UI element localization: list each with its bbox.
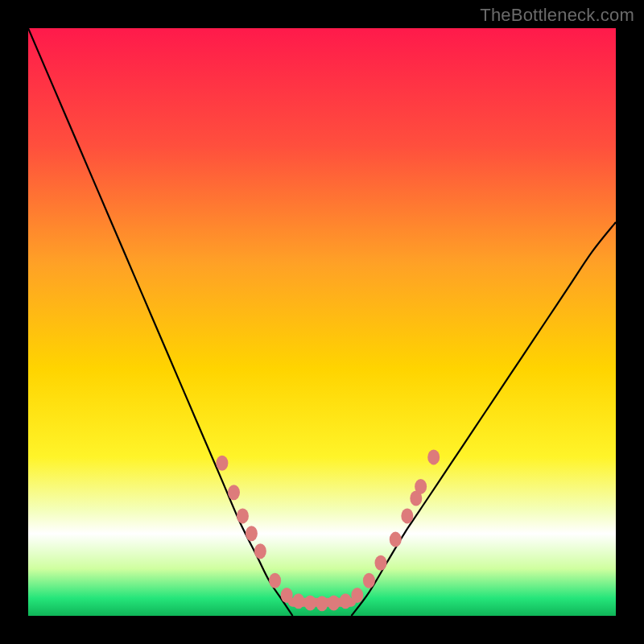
marker-dot — [292, 593, 304, 609]
marker-dot — [427, 449, 440, 464]
marker-dot — [304, 595, 316, 610]
gradient-background — [28, 28, 616, 616]
marker-dot — [363, 573, 375, 588]
plot-area — [28, 28, 616, 616]
marker-dot — [216, 456, 228, 471]
marker-dot — [269, 573, 281, 588]
marker-dot — [401, 508, 413, 523]
chart-svg — [28, 28, 616, 616]
marker-dot — [254, 543, 266, 559]
marker-dot — [237, 508, 249, 523]
marker-dot — [328, 595, 340, 610]
marker-dot — [390, 532, 402, 547]
marker-dot — [228, 485, 240, 500]
marker-dot — [316, 596, 328, 611]
marker-dot — [246, 526, 258, 541]
watermark-text: TheBottleneck.com — [480, 5, 634, 26]
marker-dot — [351, 588, 363, 603]
marker-dot — [375, 555, 387, 571]
marker-dot — [415, 479, 427, 494]
marker-dot — [281, 588, 293, 603]
chart-frame: TheBottleneck.com — [0, 0, 644, 644]
marker-dot — [340, 593, 352, 609]
